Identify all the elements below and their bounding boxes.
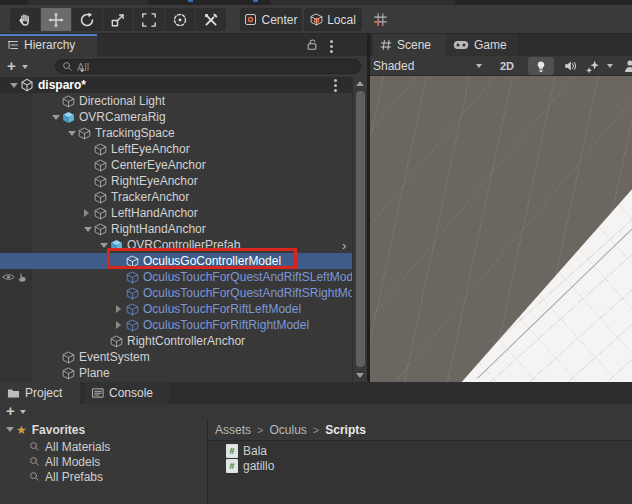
breadcrumb-assets[interactable]: Assets [215,423,251,437]
transform-tool-button[interactable] [165,8,195,31]
rotate-tool-button[interactable] [72,8,102,31]
tree-item-selected[interactable]: OculusGoControllerModel [0,253,352,269]
lock-icon[interactable] [306,38,319,51]
scroll-down-icon[interactable] [356,373,364,378]
hierarchy-search-field[interactable]: All [55,59,361,74]
tree-item[interactable]: LeftEyeAnchor [0,141,352,157]
tab-hierarchy[interactable]: Hierarchy [0,34,97,56]
scroll-up-icon[interactable] [356,81,364,86]
tree-item[interactable]: OculusTouchForQuestAndRiftSRightModel [0,285,352,301]
tree-item[interactable]: Plane [0,365,352,381]
expander-icon[interactable] [100,243,108,248]
2d-toggle-button[interactable]: 2D [494,58,520,74]
scale-tool-button[interactable] [103,8,133,31]
pickability-hand-icon[interactable] [17,271,28,283]
tree-item[interactable]: EventSystem [0,349,352,365]
tree-item[interactable]: OVRCameraRig [0,109,352,125]
tree-item[interactable]: CenterEyeAnchor [0,157,352,173]
rect-tool-button[interactable] [134,8,164,31]
expander-icon[interactable] [116,321,121,329]
tree-item[interactable]: TrackerAnchor [0,189,352,205]
breadcrumb-separator: > [313,424,319,436]
move-tool-button[interactable] [41,8,71,31]
expander-icon[interactable] [84,227,92,232]
expander-icon[interactable] [10,83,18,88]
expander-icon[interactable] [116,305,121,313]
project-tabbar: Project Console [0,382,632,404]
favorites-item[interactable]: All Materials [29,439,110,454]
tree-item-scene[interactable]: disparo* [0,77,352,93]
tab-scene[interactable]: Scene [373,34,446,56]
project-panel: Project Console + ★ Favorites All Materi… [0,382,632,504]
scene-viewport[interactable] [370,76,632,382]
scene-panel: Scene Game Shaded 2D [370,34,632,382]
scene-menu-icon[interactable] [334,84,337,87]
expander-icon[interactable] [84,209,89,217]
gameobject-icon [94,207,107,220]
gameobject-icon [126,319,139,332]
effects-dropdown-icon[interactable] [607,64,613,68]
grid-snap-icon[interactable] [373,12,388,27]
audio-toggle-icon[interactable] [564,60,577,72]
tab-console[interactable]: Console [85,382,169,404]
project-files-pane: Assets > Oculus > Scripts # Bala # gatil… [208,420,632,504]
tree-item[interactable]: OVRControllerPrefab [0,237,352,253]
hierarchy-tree: disparo* Directional Light OVRCameraRig … [0,77,367,382]
hierarchy-tabbar: Hierarchy [0,34,367,56]
tree-item[interactable]: TrackingSpace [0,125,352,141]
hierarchy-icon [7,39,19,51]
gameobject-icon [94,175,107,188]
effects-toggle-icon[interactable] [585,60,600,75]
breadcrumb-oculus[interactable]: Oculus [269,423,306,437]
scrollbar-thumb[interactable] [356,91,365,367]
shading-mode-dropdown[interactable]: Shaded [373,59,414,73]
tab-project[interactable]: Project [0,382,80,404]
search-icon [62,61,73,72]
folder-icon [7,387,20,399]
add-asset-dropdown-icon[interactable] [20,410,26,414]
custom-tool-button[interactable] [196,8,226,31]
scene-visibility-icon[interactable] [623,59,632,74]
pivot-toggle-button[interactable]: Center [240,8,302,31]
custom-tool-icon [203,12,219,28]
file-list: # Bala # gatillo [208,441,632,504]
file-item[interactable]: # Bala [226,443,267,458]
prefab-open-arrow[interactable]: › [342,238,346,253]
add-asset-button[interactable]: + [6,402,15,419]
file-item[interactable]: # gatillo [226,458,274,473]
breadcrumb-scripts[interactable]: Scripts [325,423,366,437]
tree-item[interactable]: OculusTouchForRiftLeftModel [0,301,352,317]
favorites-item[interactable]: All Models [29,454,100,469]
tab-game[interactable]: Game [446,34,518,56]
lightbulb-icon [535,60,547,73]
hand-tool-button[interactable] [10,8,40,31]
unity-scene-icon [20,78,34,92]
hierarchy-scrollbar[interactable] [352,77,367,382]
tree-item[interactable]: OculusTouchForQuestAndRiftSLeftModel [0,269,352,285]
tree-item[interactable]: RightEyeAnchor [0,173,352,189]
favorites-item[interactable]: All Prefabs [29,469,103,484]
expander-icon[interactable] [52,115,60,120]
shading-dropdown-icon[interactable] [476,64,482,68]
game-tab-label: Game [474,38,507,52]
add-dropdown-icon[interactable] [22,65,28,69]
tree-item[interactable]: Directional Light [0,93,352,109]
expander-icon[interactable] [6,427,14,432]
visibility-eye-icon[interactable] [2,272,15,282]
tree-item[interactable]: LeftHandAnchor [0,205,352,221]
tree-item[interactable]: OculusTouchForRiftRightModel [0,317,352,333]
hierarchy-menu-icon[interactable] [330,45,333,48]
expander-icon[interactable] [68,131,76,136]
scene-tabbar: Scene Game [370,34,632,56]
gameobject-icon [94,223,107,236]
add-gameobject-button[interactable]: + [7,57,16,74]
lighting-toggle-button[interactable] [528,57,554,75]
search-filter-dropdown-icon[interactable] [80,70,85,73]
tree-item[interactable]: RightHandAnchor [0,221,352,237]
gameobject-icon [110,335,123,348]
csharp-script-icon: # [226,459,238,473]
favorites-header[interactable]: ★ Favorites [0,422,85,437]
orientation-toggle-button[interactable]: Local [304,8,362,31]
csharp-script-icon: # [226,444,238,458]
tree-item[interactable]: RightControllerAnchor [0,333,352,349]
